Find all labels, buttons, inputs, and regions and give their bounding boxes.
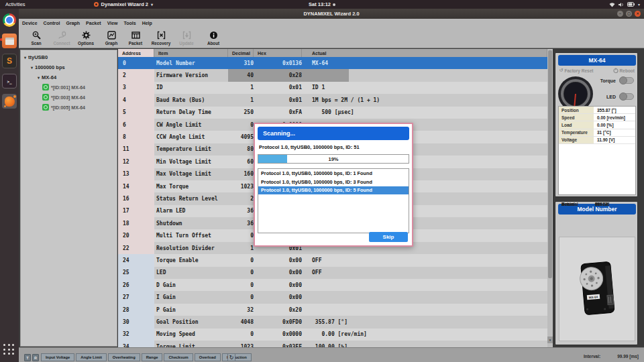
show-applications-button[interactable]	[3, 344, 15, 356]
cell-address: 18	[118, 217, 154, 229]
dock-chrome-icon[interactable]	[3, 13, 16, 27]
table-row[interactable]: 0 Model Number 310 0x0136 MX-64	[118, 57, 547, 69]
menu-item[interactable]: View	[107, 21, 118, 25]
tree-item-baud[interactable]: ▾ 1000000 bps	[31, 62, 65, 72]
tree-expand-icon[interactable]: ▾	[31, 65, 33, 70]
scrollbar-down-arrow[interactable]: ▾	[547, 337, 553, 343]
window-title: DYNAMIXEL Wizard 2.0	[303, 11, 359, 17]
tree-item-model[interactable]: ▾ MX-64	[38, 72, 56, 82]
options-button[interactable]: Options	[74, 28, 98, 48]
cell-address: 16	[118, 192, 154, 204]
close-button[interactable]: ✕	[635, 11, 641, 17]
alarm-tab[interactable]: Angle Limit	[76, 353, 107, 361]
tx-toggle-button[interactable]: T	[24, 354, 31, 361]
cell-hex: 0x0FD0	[254, 316, 302, 328]
refresh-button[interactable]: ↻	[227, 353, 235, 361]
table-row[interactable]: 27 I Gain 0 0x00	[118, 291, 547, 303]
screen: Activities Dynamixel Wizard 2 ▾ Sat 13:1…	[0, 0, 644, 362]
about-button[interactable]: About	[201, 28, 225, 48]
table-row[interactable]: 5 Return Delay Time 250 0xFA 500 [μsec]	[118, 107, 547, 119]
tree-item-device[interactable]: *[ID:005] MX-64	[42, 103, 85, 112]
rx-toggle-button[interactable]: R	[32, 354, 39, 361]
scan-result-item[interactable]: Protocol 1.0, ttyUSB0, 1000000 bps, ID: …	[258, 169, 409, 178]
table-row[interactable]: 2 Firmware Version 40 0x28	[118, 69, 547, 81]
update-button: Update	[174, 28, 199, 48]
scrollbar-thumb[interactable]	[548, 50, 552, 278]
dock-terminal-icon[interactable]: >_	[2, 74, 17, 88]
alarm-tab[interactable]: Checksum	[164, 353, 193, 361]
recovery-button[interactable]: Recovery	[149, 28, 173, 48]
tree-item-port[interactable]: ▾ ttyUSB0	[24, 52, 48, 62]
tree-expand-icon[interactable]: ▾	[38, 75, 40, 80]
menu-item[interactable]: Packet	[86, 21, 101, 25]
scan-result-item[interactable]: Protocol 1.0, ttyUSB0, 1000000 bps, ID: …	[258, 178, 409, 186]
skip-button[interactable]: Skip	[369, 232, 408, 242]
minimize-button[interactable]: –	[617, 11, 623, 17]
stat-value: 11.90 [V]	[594, 137, 635, 143]
dock-sublime-icon[interactable]: S	[2, 54, 17, 68]
column-header-address: Address	[118, 49, 154, 57]
dock-files-icon[interactable]	[2, 34, 17, 48]
app-indicator-menu[interactable]: Dynamixel Wizard 2 ▾	[94, 1, 153, 7]
network-icon	[609, 2, 615, 7]
alarm-tab[interactable]: Input Voltage	[41, 353, 74, 361]
menu-item[interactable]: Device	[22, 21, 38, 25]
menu-item[interactable]: Control	[44, 21, 60, 25]
servo-chip-icon	[42, 104, 49, 111]
stat-label: Position	[559, 107, 594, 113]
system-status-area[interactable]: ▾	[609, 2, 640, 7]
table-row[interactable]: 25 LED 0 0x00 OFF	[118, 267, 547, 279]
cell-item: ID	[154, 82, 228, 94]
cell-address: 12	[118, 156, 154, 168]
alarm-tab[interactable]: Overload	[195, 353, 221, 361]
cell-address: 0	[118, 57, 154, 69]
clock-label: Sat 13:12	[309, 1, 331, 7]
cell-actual: 100.00 [%]	[302, 341, 547, 347]
cell-item: Torque Limit	[154, 341, 228, 347]
menu-item[interactable]: Graph	[66, 21, 80, 25]
reboot-button[interactable]: Reboot	[613, 68, 635, 73]
cell-decimal: 1	[228, 94, 254, 106]
alarm-tab[interactable]: Range	[142, 353, 163, 361]
cell-decimal: 0	[228, 119, 254, 131]
chevron-down-icon: ▾	[638, 2, 640, 7]
tree-item-device[interactable]: *[ID:001] MX-64	[42, 82, 85, 92]
factory-reset-button[interactable]: ↺ Factory Reset	[559, 68, 593, 73]
activities-button[interactable]: Activities	[5, 1, 25, 7]
stat-value: 0.00 [%]	[594, 121, 635, 128]
scan-result-item[interactable]: Protocol 1.0, ttyUSB0, 1000000 bps, ID: …	[258, 186, 409, 195]
stat-row: Voltage 11.90 [V]	[559, 137, 635, 144]
window-title-bar[interactable]: DYNAMIXEL Wizard 2.0 – ▢ ✕	[19, 9, 644, 19]
scan-results-list: Protocol 1.0, ttyUSB0, 1000000 bps, ID: …	[258, 168, 409, 233]
led-toggle[interactable]	[619, 93, 634, 100]
dock-dynamixel-wizard-icon[interactable]	[2, 94, 17, 109]
table-scrollbar[interactable]: ▾	[547, 49, 553, 347]
table-row[interactable]: 4 Baud Rate (Bus) 1 0x01 1M bps = 2M / (…	[118, 94, 547, 106]
cell-hex: 0x20	[254, 304, 302, 316]
tree-expand-icon[interactable]: ▾	[24, 55, 26, 60]
table-row[interactable]: 28 P Gain 32 0x20	[118, 304, 547, 316]
menu-item[interactable]: Tools	[124, 21, 136, 25]
table-row[interactable]: 30 Goal Position 4048 0x0FD0 355.87 [°]	[118, 316, 547, 328]
clock-menu[interactable]: Sat 13:12	[309, 1, 335, 7]
table-row[interactable]: 32 Moving Speed 0 0x0000 0.00 [rev/min]	[118, 328, 547, 341]
cell-address: 25	[118, 267, 154, 279]
tree-item-device[interactable]: *[ID:003] MX-64	[42, 93, 85, 102]
menu-item[interactable]: Help	[142, 21, 152, 25]
maximize-button[interactable]: ▢	[626, 11, 632, 17]
cell-actual: 355.87 [°]	[302, 316, 547, 328]
packet-button[interactable]: Packet	[123, 28, 148, 48]
scan-button[interactable]: Scan	[24, 28, 48, 48]
cell-actual: 0.00 [rev/min]	[302, 328, 547, 341]
update-icon	[182, 31, 191, 40]
table-row[interactable]: 34 Torque Limit 1023 0x03FF 100.00 [%]	[118, 341, 547, 347]
alarm-tab[interactable]: Instruction	[222, 353, 252, 361]
cell-address: 3	[118, 82, 154, 94]
cell-hex: 0x0136	[254, 57, 302, 69]
graph-button[interactable]: Graph	[99, 28, 123, 48]
table-row[interactable]: 24 Torque Enable 0 0x00 OFF	[118, 254, 547, 266]
table-row[interactable]: 3 ID 1 0x01 ID 1	[118, 82, 547, 94]
torque-toggle[interactable]	[619, 77, 634, 84]
alarm-tab[interactable]: Overheating	[108, 353, 140, 361]
table-row[interactable]: 26 D Gain 0 0x00	[118, 279, 547, 291]
